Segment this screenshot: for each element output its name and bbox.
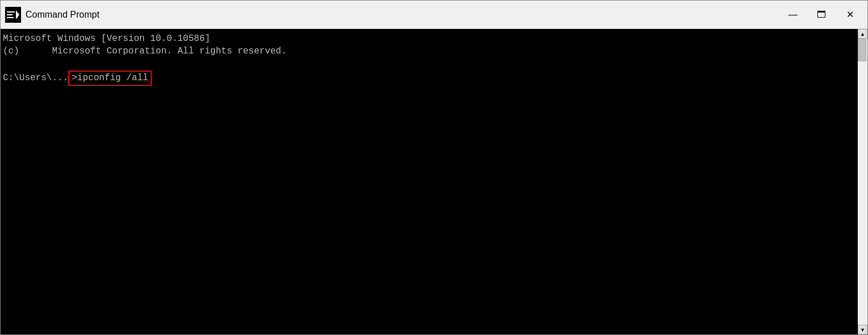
cmd-app-icon [5,7,21,23]
maximize-button[interactable]: 🗖 [808,6,834,24]
command-line: C:\Users\... >ipconfig /all [3,71,855,85]
cmd-window: Command Prompt — 🗖 ✕ Microsoft Windows [… [0,0,868,335]
scrollbar-down-arrow[interactable]: ▼ [858,325,867,334]
title-bar: Command Prompt — 🗖 ✕ [1,1,867,29]
command-highlighted: >ipconfig /all [68,71,151,85]
window-controls: — 🗖 ✕ [780,6,863,24]
terminal-content[interactable]: Microsoft Windows [Version 10.0.10586] (… [1,29,858,334]
terminal-line-1: Microsoft Windows [Version 10.0.10586] [3,32,855,45]
scrollbar-thumb[interactable] [858,39,866,61]
svg-rect-0 [7,11,15,13]
terminal-area: Microsoft Windows [Version 10.0.10586] (… [1,29,867,334]
title-bar-left: Command Prompt [5,7,99,23]
svg-marker-3 [16,10,19,19]
scrollbar-up-arrow[interactable]: ▲ [858,29,867,39]
scrollbar[interactable]: ▲ ▼ [858,29,867,334]
window-title: Command Prompt [26,10,99,20]
terminal-line-2: (c) Microsoft Corporation. All rights re… [3,45,855,57]
minimize-button[interactable]: — [780,6,806,24]
scrollbar-track[interactable] [858,39,867,325]
terminal-line-3 [3,58,855,71]
svg-rect-2 [7,17,14,18]
svg-rect-1 [7,14,13,15]
close-button[interactable]: ✕ [837,6,863,24]
prompt-text: C:\Users\... [3,72,68,84]
